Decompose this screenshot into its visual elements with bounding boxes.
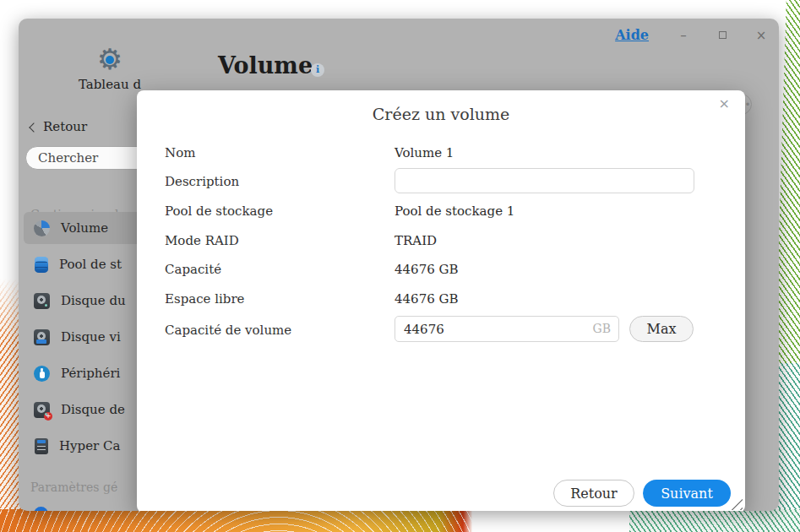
sidebar-section-general-settings: Paramètres gé — [30, 480, 117, 494]
sidebar-item-label: Disque du — [61, 293, 126, 308]
hdd-icon — [34, 293, 50, 309]
virtual-disk-icon — [34, 329, 50, 345]
titlebar-controls: Aide – × — [610, 25, 770, 45]
info-icon[interactable]: i — [311, 63, 324, 77]
sidebar-item-label: Disque de — [61, 402, 125, 417]
field-label-storage-pool: Pool de stockage — [165, 204, 273, 219]
field-label-description: Description — [165, 174, 239, 189]
hdd-plus-icon: + — [34, 402, 50, 418]
help-link[interactable]: Aide — [610, 25, 654, 45]
dialog-next-button[interactable]: Suivant — [643, 480, 731, 507]
close-window-icon[interactable]: × — [752, 26, 770, 45]
gear-icon: ⚙ — [52, 44, 167, 74]
back-label: Retour — [43, 119, 87, 134]
field-label-raid-mode: Mode RAID — [165, 233, 239, 248]
field-label-name: Nom — [165, 145, 195, 160]
storage-manager-window: Aide – × ⚙ Tableau d Volume i ••• Retour… — [19, 19, 779, 511]
field-label-capacity: Capacité — [165, 262, 221, 277]
sidebar-item-label: Pool de st — [59, 257, 122, 272]
field-value-name: Volume 1 — [395, 145, 454, 160]
volume-capacity-field: GB — [395, 316, 619, 342]
field-value-raid-mode: TRAID — [395, 233, 437, 248]
dashboard-button[interactable]: ⚙ Tableau d — [52, 44, 167, 92]
resize-handle[interactable] — [731, 498, 743, 510]
maximize-icon[interactable] — [713, 26, 732, 45]
sidebar-item-label: Disque vi — [61, 329, 121, 345]
plus-badge: + — [44, 412, 52, 421]
minimize-icon[interactable]: – — [674, 26, 693, 45]
max-button[interactable]: Max — [629, 316, 694, 342]
clipped-sidebar-icon — [34, 507, 48, 511]
chevron-left-icon — [29, 122, 38, 132]
field-value-capacity: 44676 GB — [395, 262, 459, 277]
page-title: Volume — [218, 52, 313, 79]
dialog-title: Créez un volume — [137, 105, 745, 123]
sidebar-item-label: Volume — [61, 220, 108, 236]
field-label-volume-capacity: Capacité de volume — [165, 323, 291, 338]
usb-device-icon — [34, 366, 50, 382]
sidebar-item-label: Hyper Ca — [59, 438, 120, 453]
field-value-storage-pool: Pool de stockage 1 — [395, 204, 514, 219]
wallpaper-orange-waves — [0, 509, 477, 532]
maximize-glyph — [719, 31, 727, 39]
volume-capacity-input[interactable] — [395, 316, 619, 342]
database-icon — [35, 257, 48, 273]
create-volume-dialog: × Créez un volume Nom Volume 1 Descripti… — [137, 90, 745, 511]
wallpaper-teal-stripes-bottom — [629, 509, 800, 532]
dialog-back-button[interactable]: Retour — [553, 480, 634, 507]
pie-chart-icon — [34, 220, 50, 236]
sidebar-item-label: Périphéri — [61, 366, 120, 381]
ssd-cache-icon — [35, 438, 48, 454]
description-input[interactable] — [395, 168, 694, 193]
field-label-free-space: Espace libre — [165, 291, 244, 307]
field-value-free-space: 44676 GB — [395, 291, 459, 307]
back-button[interactable]: Retour — [30, 119, 87, 134]
